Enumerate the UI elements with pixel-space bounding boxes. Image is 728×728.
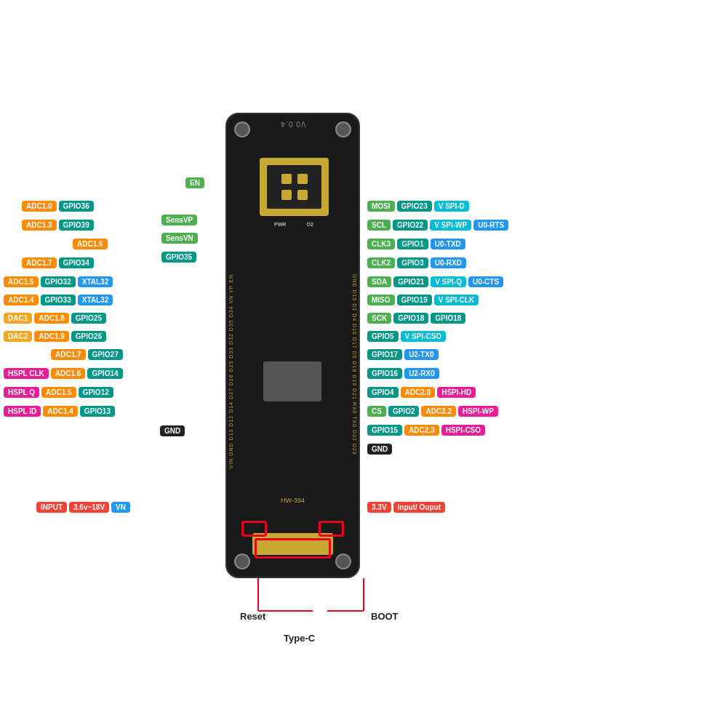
badge-gpio25: GPIO25 bbox=[71, 313, 106, 324]
badge-vspi-q: V SPI-Q bbox=[431, 276, 466, 287]
vert-right: GND D15 D2 D4 D16 D17 D5 D18 D19 D21 RX0… bbox=[352, 274, 357, 455]
badge-hsplid: HSPL ID bbox=[4, 406, 41, 417]
badge-adc17: ADC1.7 bbox=[22, 257, 57, 268]
pin-row-9: ADC1.7 GPIO27 bbox=[51, 349, 123, 360]
badge-dac2: DAC2 bbox=[4, 331, 32, 342]
boot-button-highlight[interactable] bbox=[319, 521, 344, 537]
badge-hsplq: HSPL Q bbox=[4, 387, 39, 398]
typec-label: Type-C bbox=[284, 633, 315, 644]
badge-mosi: MOSI bbox=[367, 201, 395, 212]
typec-highlight[interactable] bbox=[255, 538, 331, 559]
pin-row-2: ADC1.3 GPIO39 bbox=[22, 220, 94, 231]
rpin-row-8: GPIO17 U2-TX0 bbox=[367, 349, 439, 360]
badge-vspi-clk: V SPI-CLK bbox=[434, 295, 479, 305]
chip-dot bbox=[281, 174, 292, 184]
badge-gpio12: GPIO12 bbox=[79, 387, 113, 398]
badge-adc13: ADC1.3 bbox=[22, 220, 57, 231]
pin-row-11: HSPL Q ADC1.5 GPIO12 bbox=[4, 387, 113, 398]
badge-gpio21: GPIO21 bbox=[393, 276, 428, 287]
chip-dots bbox=[281, 174, 308, 200]
corner-tr bbox=[335, 121, 351, 137]
badge-adc10: ADC1.0 bbox=[22, 201, 57, 212]
corner-bl bbox=[234, 553, 250, 569]
badge-u0rts: U0-RTS bbox=[473, 220, 508, 231]
badge-clk2: CLK2 bbox=[367, 257, 395, 268]
sensvn-row: SensVN bbox=[161, 233, 198, 244]
rpin-row-6: SCK GPIO18 GPIO18 bbox=[367, 313, 465, 324]
badge-u0rxd: U0-RXD bbox=[431, 257, 466, 268]
rpin-row-7: GPIO5 V SPI-CSO bbox=[367, 331, 446, 342]
badge-u2rx0: U2-RX0 bbox=[404, 368, 439, 379]
pin-en: EN bbox=[185, 177, 204, 188]
rpin-row-3: CLK2 GPIO3 U0-RXD bbox=[367, 257, 466, 268]
badge-u0cts: U0-CTS bbox=[468, 276, 503, 287]
hw-label: HW-394 bbox=[281, 497, 305, 504]
main-chip bbox=[260, 158, 329, 216]
chip-dot bbox=[281, 190, 292, 200]
badge-vspi-wp: V SPI-WP bbox=[430, 220, 471, 231]
pwr-label: PWR bbox=[274, 222, 286, 227]
chip-dot bbox=[297, 190, 308, 200]
badge-gpio33: GPIO33 bbox=[41, 295, 76, 305]
badge-voltage: 3.6v~18V bbox=[69, 502, 109, 513]
ic-chip bbox=[263, 361, 321, 401]
badge-adc15b: ADC1.5 bbox=[41, 387, 76, 398]
rpin-row-5: MISO GPIO19 V SPI-CLK bbox=[367, 295, 479, 305]
badge-sda: SDA bbox=[367, 276, 391, 287]
vert-left: VIN GND D13 D12 D14 D27 D26 D25 D33 D32 … bbox=[228, 274, 233, 469]
chip-inner bbox=[267, 165, 321, 209]
chip-dot bbox=[297, 174, 308, 184]
badge-xtal32b: XTAL32 bbox=[78, 295, 113, 305]
rpin-row-11: CS GPIO2 ADC2.2 HSPI-WP bbox=[367, 406, 498, 417]
rpin-row-0: MOSI GPIO23 V SPI-D bbox=[367, 201, 469, 212]
boot-label: BOOT bbox=[371, 611, 399, 622]
badge-u2tx0: U2-TX0 bbox=[404, 349, 438, 360]
rpin-row-4: SDA GPIO21 V SPI-Q U0-CTS bbox=[367, 276, 503, 287]
badge-gpio2: GPIO2 bbox=[388, 406, 420, 417]
badge-adc17b: ADC1.7 bbox=[51, 349, 86, 360]
rpin-row-10: GPIO4 ADC2.0 HSPI-HD bbox=[367, 387, 476, 398]
badge-vspi-cso: V SPI-CSO bbox=[401, 331, 447, 342]
pin-row-12: HSPL ID ADC1.4 GPIO13 bbox=[4, 406, 115, 417]
badge-gpio13: GPIO13 bbox=[80, 406, 115, 417]
sensvp-row: SensVP bbox=[161, 215, 197, 225]
badge-sensvn: SensVN bbox=[161, 233, 198, 244]
badge-vn: VN bbox=[111, 502, 130, 513]
pin-row-14: INPUT 3.6v~18V VN bbox=[36, 502, 130, 513]
pin-row-5: ADC1.5 GPIO32 XTAL32 bbox=[4, 276, 113, 287]
badge-gpio35: GPIO35 bbox=[161, 252, 196, 263]
badge-gpio18b: GPIO18 bbox=[431, 313, 465, 324]
badge-hspi-hd: HSPI-HD bbox=[437, 387, 476, 398]
badge-gpio32: GPIO32 bbox=[41, 276, 76, 287]
badge-u0txd: U0-TXD bbox=[431, 239, 465, 249]
badge-gpio3: GPIO3 bbox=[397, 257, 428, 268]
pin-row-6: ADC1.4 GPIO33 XTAL32 bbox=[4, 295, 113, 305]
badge-33v: 3.3V bbox=[367, 502, 391, 513]
reset-button-highlight[interactable] bbox=[241, 521, 267, 537]
corner-tl bbox=[234, 121, 250, 137]
rpin-row-13: GND bbox=[367, 444, 392, 455]
badge-gpio19: GPIO19 bbox=[397, 295, 432, 305]
rpin-row-1: SCL GPIO22 V SPI-WP U0-RTS bbox=[367, 220, 508, 231]
badge-hsplclk: HSPL CLK bbox=[4, 368, 49, 379]
rpin-row-2: CLK3 GPIO1 U0-TXD bbox=[367, 239, 465, 249]
badge-gpio36: GPIO36 bbox=[59, 201, 94, 212]
badge-gpio17: GPIO17 bbox=[367, 349, 402, 360]
badge-gpio23: GPIO23 bbox=[397, 201, 432, 212]
badge-input: INPUT bbox=[36, 502, 67, 513]
rpin-row-14: 3.3V Input/ Ouput bbox=[367, 502, 445, 513]
badge-sck: SCK bbox=[367, 313, 391, 324]
diagram-container: V0.0.4 PWR D2 HW-394 bbox=[0, 0, 728, 728]
badge-gpio18a: GPIO18 bbox=[393, 313, 428, 324]
badge-adc23: ADC2.3 bbox=[404, 425, 439, 436]
rpin-row-12: GPIO15 ADC2.3 HSPI-CSO bbox=[367, 425, 485, 436]
badge-gpio27: GPIO27 bbox=[88, 349, 123, 360]
pin-row-4: ADC1.7 GPIO34 bbox=[22, 257, 94, 268]
badge-adc14b: ADC1.4 bbox=[43, 406, 78, 417]
badge-adc18: ADC1.8 bbox=[34, 313, 69, 324]
badge-gnd-left: GND bbox=[160, 425, 185, 436]
badge-en: EN bbox=[185, 177, 204, 188]
board-version: V0.0.4 bbox=[280, 120, 305, 128]
reset-label: Reset bbox=[240, 611, 265, 622]
badge-gpio22: GPIO22 bbox=[393, 220, 428, 231]
